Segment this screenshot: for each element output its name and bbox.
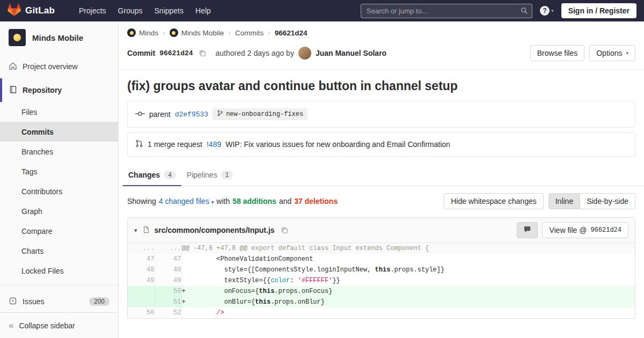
- old-line-number[interactable]: [128, 286, 155, 297]
- commit-parent-box: parent d2ef9533 new-onboarding-fixes: [127, 101, 635, 128]
- sidebar-item-repository[interactable]: Repository: [0, 78, 118, 102]
- authored-text: authored 2 days ago by: [216, 49, 294, 57]
- diff-code-line: <PhoneValidationComponent: [181, 254, 635, 264]
- inline-view-button[interactable]: Inline: [548, 193, 580, 209]
- mr-title: WIP: Fix various issues for new onboardi…: [225, 140, 450, 149]
- code-segment: [182, 309, 217, 317]
- commit-meta-bar: Commit 96621d24 authored 2 days ago by J…: [119, 42, 644, 70]
- tab-changes[interactable]: Changes 4: [123, 164, 181, 186]
- file-path[interactable]: src/common/components/Input.js: [155, 226, 275, 234]
- nav-item-groups[interactable]: Groups: [112, 3, 149, 18]
- sidebar-item-project-overview[interactable]: Project overview: [0, 55, 118, 78]
- toggle-comments-button[interactable]: [517, 222, 538, 238]
- diff-code-line: @@ -47,6 +47,8 @@ export default class I…: [181, 243, 635, 254]
- new-line-number[interactable]: 51: [155, 297, 181, 307]
- diff-file-header: ▾ src/common/components/Input.js View f: [128, 218, 635, 243]
- nav-item-help[interactable]: Help: [189, 3, 217, 18]
- mr-ref-link[interactable]: !489: [207, 140, 221, 149]
- tanuki-icon: [8, 3, 21, 18]
- sign-in-button[interactable]: Sign in / Register: [561, 3, 636, 18]
- repository-submenu: Files Commits Branches Tags Contributors…: [0, 102, 118, 281]
- commit-sha: 96621d24: [159, 49, 193, 57]
- sidebar-item-contributors[interactable]: Contributors: [0, 181, 118, 201]
- nav-item-projects[interactable]: Projects: [73, 3, 112, 18]
- old-line-number[interactable]: 48: [128, 264, 155, 275]
- old-line-number[interactable]: 50: [128, 307, 155, 318]
- help-dropdown[interactable]: ? ▾: [540, 6, 554, 16]
- breadcrumb-commits[interactable]: Commits: [235, 29, 264, 37]
- breadcrumb: Minds › Minds Mobile › Commits › 96621d2…: [119, 21, 644, 42]
- new-line-number[interactable]: 50: [155, 286, 181, 297]
- sidebar-item-compare[interactable]: Compare: [0, 221, 118, 241]
- view-file-sha: 96621d24: [590, 226, 621, 234]
- code-segment: color: [270, 277, 290, 284]
- parent-label: parent: [149, 110, 171, 119]
- old-line-number[interactable]: ...: [128, 243, 155, 254]
- new-line-number[interactable]: ...: [155, 243, 181, 254]
- code-segment: '#FFFFFF': [298, 277, 333, 284]
- old-line-number[interactable]: [128, 297, 155, 307]
- sidebar-item-commits[interactable]: Commits: [0, 122, 118, 142]
- sidebar-item-branches[interactable]: Branches: [0, 142, 118, 161]
- code-segment: :: [290, 277, 297, 284]
- tab-pipelines[interactable]: Pipelines 1: [181, 164, 239, 186]
- commit-tabs: Changes 4 Pipelines 1: [119, 164, 644, 186]
- diff-row: 4949 textStyle={{color: '#FFFFFF'}}: [128, 275, 635, 286]
- diff-row: 4747 <PhoneValidationComponent: [128, 254, 635, 264]
- diff-code-line: />: [181, 307, 635, 318]
- code-segment: <PhoneValidationComponent: [182, 255, 313, 263]
- options-dropdown-button[interactable]: Options ▾: [589, 45, 635, 61]
- view-file-button[interactable]: View file @ 96621d24: [542, 222, 628, 238]
- commit-label: Commit: [127, 49, 155, 57]
- nav-item-snippets[interactable]: Snippets: [149, 3, 189, 18]
- side-by-side-view-button[interactable]: Side-by-side: [580, 193, 635, 209]
- collapse-sidebar-button[interactable]: « Collapse sidebar: [0, 312, 118, 338]
- search-icon: [521, 7, 528, 16]
- file-icon: [142, 226, 150, 235]
- breadcrumb-separator: ›: [163, 28, 165, 37]
- copy-file-path-button[interactable]: [280, 225, 289, 235]
- project-name[interactable]: Minds Mobile: [32, 33, 83, 42]
- sidebar-item-label: Project overview: [23, 62, 78, 71]
- main-content: Minds › Minds Mobile › Commits › 96621d2…: [119, 21, 644, 338]
- breadcrumb-project[interactable]: Minds Mobile: [170, 28, 224, 37]
- breadcrumb-group[interactable]: Minds: [127, 28, 158, 37]
- gitlab-logo[interactable]: GitLab: [8, 3, 55, 18]
- group-avatar: [127, 28, 136, 37]
- diff-toolbar: Showing 4 changed files ▾ with 58 additi…: [119, 186, 644, 216]
- hide-whitespace-button[interactable]: Hide whitespace changes: [444, 193, 544, 209]
- sidebar-item-locked-files[interactable]: Locked Files: [0, 261, 118, 281]
- branch-ref-pill[interactable]: new-onboarding-fixes: [213, 108, 308, 120]
- changed-files-dropdown[interactable]: 4 changed files ▾: [159, 197, 214, 205]
- sidebar-item-graph[interactable]: Graph: [0, 201, 118, 221]
- author-avatar[interactable]: [298, 47, 311, 60]
- showing-label: Showing: [127, 197, 156, 205]
- diff-row: 51+ onBlur={this.props.onBlur}: [128, 297, 635, 307]
- old-line-number[interactable]: 47: [128, 254, 155, 264]
- new-line-number[interactable]: 47: [155, 254, 181, 264]
- sidebar-item-files[interactable]: Files: [0, 102, 118, 122]
- diff-code-line: + onFocus={this.props.onFocus}: [181, 286, 635, 297]
- sidebar-item-label: Repository: [23, 86, 62, 94]
- old-line-number[interactable]: 49: [128, 275, 155, 286]
- parent-sha-link[interactable]: d2ef9533: [175, 111, 208, 119]
- browse-files-button[interactable]: Browse files: [530, 45, 584, 61]
- sidebar-item-charts[interactable]: Charts: [0, 241, 118, 261]
- sidebar-item-tags[interactable]: Tags: [0, 161, 118, 181]
- copy-sha-button[interactable]: [197, 48, 207, 58]
- commit-icon: [135, 110, 145, 119]
- new-line-number[interactable]: 52: [155, 307, 181, 318]
- author-name-link[interactable]: Juan Manuel Solaro: [316, 49, 386, 57]
- new-line-number[interactable]: 48: [155, 264, 181, 275]
- chevron-down-icon: ▾: [551, 8, 554, 13]
- breadcrumb-project-label: Minds Mobile: [181, 29, 224, 37]
- new-line-number[interactable]: 49: [155, 275, 181, 286]
- chevron-down-icon: ▾: [211, 200, 214, 205]
- diff-view-toggle: Inline Side-by-side: [548, 193, 635, 209]
- sidebar-item-issues[interactable]: Issues 200: [0, 290, 118, 313]
- collapse-diff-chevron-icon[interactable]: ▾: [134, 227, 137, 234]
- search-input[interactable]: [361, 4, 532, 18]
- project-avatar[interactable]: [9, 29, 26, 46]
- code-segment: .props.onBlur}: [270, 298, 325, 306]
- commit-title: (fix) groups avatar and continue button …: [127, 79, 635, 93]
